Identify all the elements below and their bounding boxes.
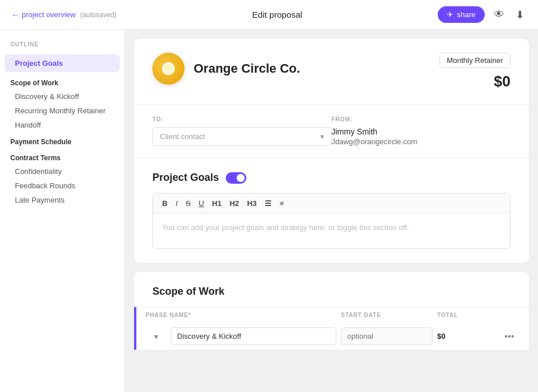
sidebar-item-retainer[interactable]: Recurring Monthly Retainer bbox=[0, 104, 124, 118]
outline-label: OUTLINE bbox=[0, 41, 124, 54]
scope-table: PHASE NAME* START DATE TOTAL ▾ $0 ••• bbox=[134, 307, 529, 350]
sidebar-section-contract: Contract Terms bbox=[0, 148, 124, 164]
eye-icon: 👁 bbox=[494, 9, 504, 20]
scope-col-headers: PHASE NAME* START DATE TOTAL bbox=[136, 307, 529, 323]
sidebar-item-confidentiality[interactable]: Confidentiality bbox=[0, 164, 124, 179]
to-from-section: TO: Client contact ▾ FROM: Jimmy Smith J… bbox=[134, 105, 529, 157]
phase-chevron-button[interactable]: ▾ bbox=[146, 332, 166, 341]
back-arrow-icon: ← bbox=[11, 10, 19, 19]
sidebar-section-payment: Payment Schedule bbox=[0, 132, 124, 148]
phase-total: $0 bbox=[437, 332, 494, 340]
proposal-header: Orange Circle Co. Monthly Retainer $0 bbox=[134, 39, 529, 104]
strikethrough-button[interactable]: S bbox=[182, 198, 194, 209]
to-label: TO: bbox=[152, 116, 332, 122]
col-start-date: START DATE bbox=[341, 312, 433, 318]
client-contact-select[interactable]: Client contact ▾ bbox=[152, 127, 332, 146]
phase-more-button[interactable]: ••• bbox=[499, 331, 520, 342]
topbar: ← project overview (autosaved) Edit prop… bbox=[0, 0, 538, 30]
col-total: TOTAL bbox=[437, 312, 494, 318]
ordered-list-button[interactable]: ≡ bbox=[276, 198, 288, 209]
layout: OUTLINE Project Goals Scope of Work Disc… bbox=[0, 30, 538, 392]
from-label: FROM: bbox=[332, 116, 511, 122]
list-button[interactable]: ☰ bbox=[261, 198, 275, 209]
sidebar-section-scope: Scope of Work bbox=[0, 73, 124, 89]
editor-placeholder: You can add your project goals and strat… bbox=[162, 223, 409, 232]
sidebar-item-late-payments[interactable]: Late Payments bbox=[0, 193, 124, 207]
back-link[interactable]: ← project overview bbox=[11, 10, 76, 19]
scope-phase-data-row: ▾ $0 ••• bbox=[136, 323, 529, 350]
col-phase-name: PHASE NAME* bbox=[146, 312, 336, 318]
topbar-actions: ✈ share 👁 ⬇ bbox=[438, 6, 527, 23]
sidebar-item-feedback[interactable]: Feedback Rounds bbox=[0, 179, 124, 193]
scope-header: Scope of Work bbox=[134, 272, 529, 307]
project-goals-title: Project Goals bbox=[152, 172, 219, 184]
main-content: Orange Circle Co. Monthly Retainer $0 TO… bbox=[125, 30, 538, 392]
retainer-badge: Monthly Retainer bbox=[439, 53, 510, 68]
preview-button[interactable]: 👁 bbox=[492, 6, 506, 23]
company-logo bbox=[152, 53, 184, 85]
editor-body[interactable]: You can add your project goals and strat… bbox=[153, 214, 510, 248]
chevron-down-icon: ▾ bbox=[320, 132, 324, 141]
share-icon: ✈ bbox=[447, 10, 453, 19]
share-button[interactable]: ✈ share bbox=[438, 6, 485, 23]
italic-button[interactable]: I bbox=[172, 198, 181, 209]
h2-button[interactable]: H2 bbox=[226, 198, 243, 209]
download-button[interactable]: ⬇ bbox=[513, 6, 527, 23]
proposal-header-right: Monthly Retainer $0 bbox=[439, 53, 510, 90]
company-info: Orange Circle Co. bbox=[152, 53, 300, 85]
bold-button[interactable]: B bbox=[159, 198, 171, 209]
company-name: Orange Circle Co. bbox=[194, 61, 300, 76]
scope-phase-row: PHASE NAME* START DATE TOTAL ▾ $0 ••• bbox=[134, 307, 529, 350]
share-label: share bbox=[457, 10, 476, 19]
back-link-label: project overview bbox=[22, 10, 76, 19]
project-goals-editor: B I S U H1 H2 H3 ☰ ≡ You can add your pr… bbox=[152, 193, 510, 249]
project-goals-toggle[interactable] bbox=[226, 172, 246, 184]
project-goals-header: Project Goals bbox=[152, 172, 510, 184]
client-contact-placeholder: Client contact bbox=[160, 132, 205, 141]
scope-phase-inner: PHASE NAME* START DATE TOTAL ▾ $0 ••• bbox=[136, 307, 529, 350]
phase-name-input[interactable] bbox=[171, 327, 336, 345]
download-icon: ⬇ bbox=[516, 9, 524, 21]
scope-title: Scope of Work bbox=[152, 286, 225, 297]
phase-start-date-input[interactable] bbox=[341, 327, 433, 345]
to-section: TO: Client contact ▾ bbox=[152, 116, 332, 146]
project-goals-section: Project Goals B I S U H1 H2 H3 ☰ ≡ bbox=[134, 158, 529, 263]
sidebar-item-handoff[interactable]: Handoff bbox=[0, 118, 124, 132]
h1-button[interactable]: H1 bbox=[209, 198, 225, 209]
page-title: Edit proposal bbox=[252, 10, 303, 19]
sidebar: OUTLINE Project Goals Scope of Work Disc… bbox=[0, 30, 125, 392]
topbar-left: ← project overview (autosaved) bbox=[11, 10, 116, 19]
underline-button[interactable]: U bbox=[195, 198, 207, 209]
sidebar-item-discovery[interactable]: Discovery & Kickoff bbox=[0, 89, 124, 104]
autosaved-label: (autosaved) bbox=[80, 11, 116, 19]
from-section: FROM: Jimmy Smith Jdawg@orangecircle.com bbox=[332, 116, 511, 146]
editor-toolbar: B I S U H1 H2 H3 ☰ ≡ bbox=[153, 193, 510, 214]
from-name: Jimmy Smith bbox=[332, 127, 511, 136]
sidebar-item-project-goals[interactable]: Project Goals bbox=[5, 54, 120, 72]
logo-inner-circle bbox=[162, 62, 175, 75]
proposal-card: Orange Circle Co. Monthly Retainer $0 TO… bbox=[134, 39, 529, 263]
h3-button[interactable]: H3 bbox=[244, 198, 260, 209]
proposal-amount: $0 bbox=[439, 73, 510, 90]
from-email: Jdawg@orangecircle.com bbox=[332, 137, 511, 146]
scope-card: Scope of Work PHASE NAME* START DATE TOT… bbox=[134, 272, 529, 350]
